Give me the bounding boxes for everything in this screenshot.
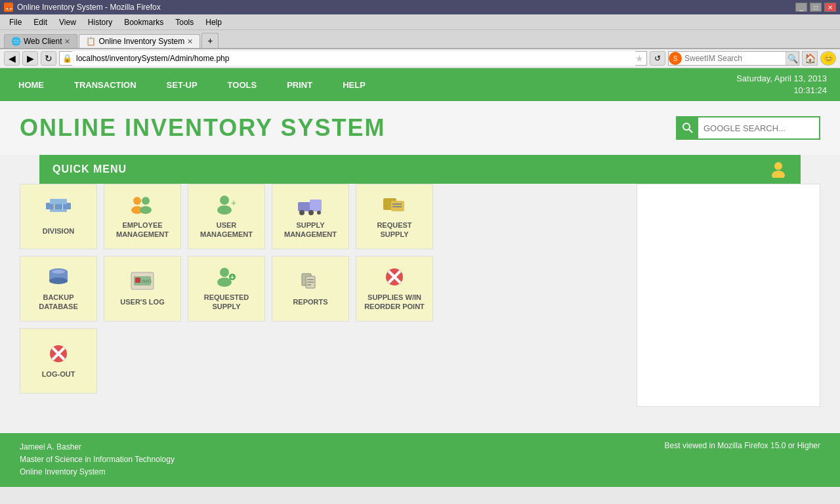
users-log-card[interactable]: IMG USER'S LOG (104, 256, 181, 322)
close-button[interactable]: ✕ (824, 3, 836, 12)
user-avatar (769, 159, 788, 180)
footer-system: Online Inventory System (20, 466, 175, 478)
logout-label: LOG-OUT (42, 370, 75, 379)
reload-button[interactable]: ↻ (41, 51, 56, 66)
svg-line-1 (689, 129, 692, 133)
browser-icon: 🦊 (4, 3, 13, 12)
history-menu[interactable]: History (83, 16, 117, 28)
menu-row-2: BACKUPDATABASE IMG USER'S LOG (20, 256, 626, 322)
supplies-reorder-label: SUPPLIES W/INREORDER POINT (364, 293, 425, 310)
svg-point-2 (774, 162, 782, 170)
svg-text:+: + (231, 198, 236, 208)
menu-row-3: LOG-OUT (20, 328, 626, 394)
edit-menu[interactable]: Edit (28, 16, 52, 28)
bookmark-star[interactable]: ★ (635, 53, 644, 64)
svg-point-13 (220, 196, 229, 205)
menu-grid-wrapper: DIVISION EMPLOYEEMANAGEMENT (0, 184, 840, 420)
division-label: DIVISION (43, 227, 74, 236)
view-menu[interactable]: View (54, 16, 81, 28)
google-search-input[interactable] (698, 123, 819, 133)
help-menu[interactable]: Help (200, 16, 227, 28)
nav-links: HOME TRANSACTION SET-UP TOOLS PRINT HELP (13, 77, 371, 93)
logout-card[interactable]: LOG-OUT (20, 328, 97, 394)
nav-help[interactable]: HELP (337, 77, 371, 93)
requested-supply-card[interactable]: + REQUESTEDSUPPLY (188, 256, 265, 322)
nav-tools[interactable]: TOOLS (222, 77, 262, 93)
browser-search-button[interactable]: 🔍 (786, 52, 799, 65)
reports-label: REPORTS (293, 298, 327, 306)
new-tab-button[interactable]: + (201, 33, 219, 48)
menu-bar: File Edit View History Bookmarks Tools H… (0, 14, 840, 30)
site-footer: Jameel A. Basher Master of Science in In… (0, 433, 840, 487)
footer-degree: Master of Science in Information Technol… (20, 453, 175, 466)
svg-text:+: + (230, 274, 234, 281)
request-supply-card[interactable]: REQUESTSUPPLY (356, 184, 433, 249)
refresh-button[interactable]: ↺ (650, 51, 665, 66)
footer-left: Jameel A. Basher Master of Science in In… (20, 441, 175, 479)
supply-management-icon (297, 194, 324, 217)
footer-author: Jameel A. Basher (20, 441, 175, 453)
svg-rect-31 (135, 278, 140, 283)
svg-point-34 (217, 278, 232, 287)
site-content: HOME TRANSACTION SET-UP TOOLS PRINT HELP… (0, 68, 840, 487)
tab-web-client-label: Web Client (24, 37, 62, 46)
supplies-reorder-icon (381, 266, 408, 289)
address-bar: ◀ ▶ ↻ 🔒 ★ ↺ S 🔍 🏠 😊 (0, 49, 840, 68)
tab-web-client-icon: 🌐 (11, 37, 21, 46)
svg-point-11 (142, 197, 150, 205)
supplies-reorder-card[interactable]: SUPPLIES W/INREORDER POINT (356, 256, 433, 322)
user-management-label: USERMANAGEMENT (200, 221, 253, 238)
user-management-card[interactable]: + USERMANAGEMENT (188, 184, 265, 249)
backup-database-card[interactable]: BACKUPDATABASE (20, 256, 97, 322)
supply-management-card[interactable]: SUPPLYMANAGEMENT (272, 184, 349, 249)
sidebar-box (637, 184, 820, 407)
employee-management-card[interactable]: EMPLOYEEMANAGEMENT (104, 184, 181, 249)
tab-web-client-close[interactable]: ✕ (64, 37, 70, 46)
tab-inventory-close[interactable]: ✕ (187, 37, 193, 46)
date-display: Saturday, April 13, 2013 (736, 73, 827, 85)
backup-database-icon (45, 266, 72, 289)
address-input[interactable] (72, 51, 635, 66)
nav-print[interactable]: PRINT (282, 77, 318, 93)
nav-home[interactable]: HOME (13, 77, 49, 93)
minimize-button[interactable]: _ (795, 3, 807, 12)
nav-setup[interactable]: SET-UP (161, 77, 203, 93)
requested-supply-icon: + (213, 266, 240, 289)
quick-menu-title: QUICK MENU (52, 163, 127, 175)
users-log-icon: IMG (129, 271, 156, 294)
reports-icon (297, 271, 324, 294)
logout-icon (45, 343, 72, 366)
sweetim-logo: S (669, 52, 682, 65)
forward-button[interactable]: ▶ (22, 51, 38, 66)
svg-point-28 (52, 270, 65, 274)
footer-browser-note: Best viewed in Mozilla Firefox 15.0 or H… (665, 441, 820, 450)
file-menu[interactable]: File (4, 16, 27, 28)
tools-menu[interactable]: Tools (170, 16, 199, 28)
back-button[interactable]: ◀ (4, 51, 20, 66)
division-card[interactable]: DIVISION (20, 184, 97, 249)
nav-transaction[interactable]: TRANSACTION (69, 77, 142, 93)
google-search-icon (677, 116, 698, 140)
addon-button[interactable]: 😊 (820, 51, 836, 66)
quick-menu-bar: QUICK MENU (39, 155, 801, 184)
svg-text:IMG: IMG (142, 278, 152, 284)
reports-card[interactable]: REPORTS (272, 256, 349, 322)
browser-search-input[interactable] (682, 54, 786, 63)
requested-supply-label: REQUESTEDSUPPLY (204, 293, 249, 310)
site-header: ONLINE INVENTORY SYSTEM (0, 101, 840, 155)
maximize-button[interactable]: □ (810, 3, 822, 12)
request-supply-icon (381, 194, 408, 217)
svg-point-18 (299, 210, 304, 215)
tab-inventory[interactable]: 📋 Online Inventory System ✕ (79, 34, 200, 48)
employee-management-icon (129, 194, 156, 217)
home-button[interactable]: 🏠 (802, 51, 818, 66)
employee-management-label: EMPLOYEEMANAGEMENT (116, 221, 169, 238)
menu-grid: DIVISION EMPLOYEEMANAGEMENT (20, 184, 626, 407)
backup-database-label: BACKUPDATABASE (39, 293, 77, 310)
users-log-label: USER'S LOG (120, 298, 164, 306)
bookmarks-menu[interactable]: Bookmarks (119, 16, 169, 28)
tab-web-client[interactable]: 🌐 Web Client ✕ (4, 34, 77, 48)
google-search (676, 116, 820, 140)
site-title: ONLINE INVENTORY SYSTEM (20, 114, 385, 142)
footer-right: Best viewed in Mozilla Firefox 15.0 or H… (665, 441, 820, 450)
